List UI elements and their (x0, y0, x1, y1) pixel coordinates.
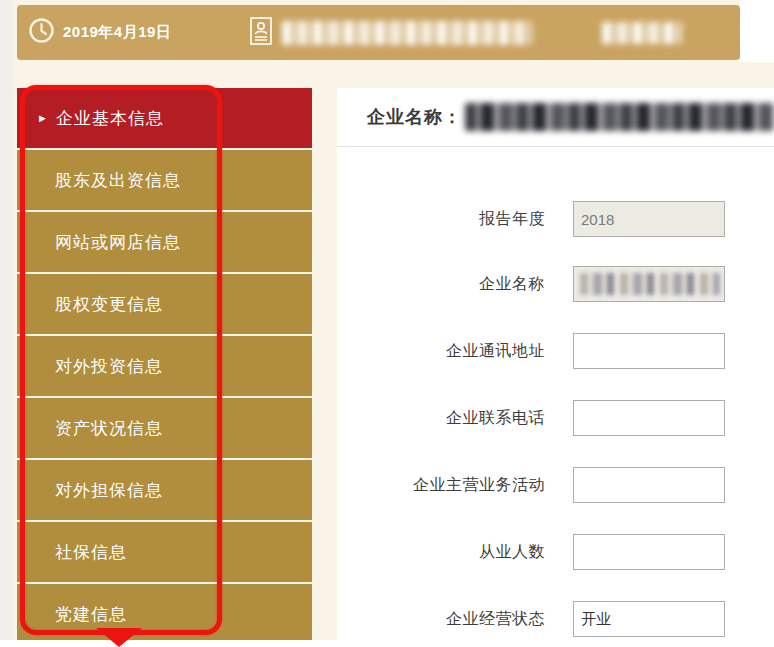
active-arrow-icon: ► (37, 113, 49, 124)
redacted-company-name-value (580, 273, 720, 295)
employee-count-input[interactable] (573, 534, 725, 570)
report-year-label: 报告年度 (337, 209, 545, 230)
sidebar-item-guarantees[interactable]: 对外担保信息 (17, 460, 312, 520)
annual-report-page: 2019年4月19日 ► 企业基本信息 股东及出资信息 网站或网店信息 股权变更… (0, 0, 774, 647)
sidebar-item-outbound-investment[interactable]: 对外投资信息 (17, 336, 312, 396)
report-year-input[interactable] (573, 201, 725, 237)
mailing-address-label: 企业通讯地址 (337, 341, 545, 362)
employee-count-label: 从业人数 (337, 542, 545, 563)
form-row-business-status: 企业经营状态 开业 (337, 600, 774, 638)
page-left-margin (0, 0, 13, 647)
company-name-input[interactable] (573, 266, 725, 302)
mailing-address-input[interactable] (573, 333, 725, 369)
sidebar-item-label: 党建信息 (55, 603, 127, 626)
top-right-corner (740, 0, 774, 62)
redacted-user-name (602, 22, 682, 44)
form-row-report-year: 报告年度 (337, 200, 774, 238)
page-bottom-edge (0, 640, 774, 647)
sidebar-item-label: 股东及出资信息 (55, 169, 181, 192)
form-row-mailing-address: 企业通讯地址 (337, 332, 774, 370)
redacted-company-name-header (465, 103, 774, 131)
redacted-company-name (282, 21, 532, 45)
form-row-contact-phone: 企业联系电话 (337, 399, 774, 437)
sidebar-item-label: 股权变更信息 (55, 293, 163, 316)
sidebar-menu: ► 企业基本信息 股东及出资信息 网站或网店信息 股权变更信息 对外投资信息 资… (17, 88, 312, 646)
sidebar-item-label: 企业基本信息 (56, 107, 164, 130)
form-row-employee-count: 从业人数 (337, 533, 774, 571)
sidebar-item-label: 资产状况信息 (55, 417, 163, 440)
clock-icon (28, 17, 55, 48)
main-business-label: 企业主营业务活动 (337, 475, 545, 496)
company-badge-icon (249, 16, 273, 50)
sidebar-item-label: 对外担保信息 (55, 479, 163, 502)
sidebar-item-shareholders[interactable]: 股东及出资信息 (17, 150, 312, 210)
sidebar-item-label: 社保信息 (55, 541, 127, 564)
company-name-header: 企业名称： (337, 88, 774, 147)
sidebar-item-social-security[interactable]: 社保信息 (17, 522, 312, 582)
current-date: 2019年4月19日 (63, 23, 171, 42)
company-name-label: 企业名称： (367, 105, 462, 129)
sidebar-item-label: 对外投资信息 (55, 355, 163, 378)
sidebar-item-basic-info[interactable]: ► 企业基本信息 (17, 88, 312, 148)
main-business-input[interactable] (573, 467, 725, 503)
business-status-value: 开业 (581, 610, 611, 629)
sidebar-item-party-building[interactable]: 党建信息 (17, 584, 312, 644)
contact-phone-label: 企业联系电话 (337, 408, 545, 429)
business-status-label: 企业经营状态 (337, 609, 545, 630)
form-row-company-name: 企业名称 (337, 265, 774, 303)
sidebar-item-assets[interactable]: 资产状况信息 (17, 398, 312, 458)
company-name-field-label: 企业名称 (337, 274, 545, 295)
sidebar-item-label: 网站或网店信息 (55, 231, 181, 254)
sidebar-item-website[interactable]: 网站或网店信息 (17, 212, 312, 272)
business-status-select[interactable]: 开业 (573, 601, 725, 637)
form-row-main-business: 企业主营业务活动 (337, 466, 774, 504)
top-bar: 2019年4月19日 (17, 5, 740, 60)
sidebar-item-equity-change[interactable]: 股权变更信息 (17, 274, 312, 334)
main-panel: 企业名称： 报告年度 企业名称 企业通讯地址 企业联系电话 (337, 88, 774, 647)
contact-phone-input[interactable] (573, 400, 725, 436)
